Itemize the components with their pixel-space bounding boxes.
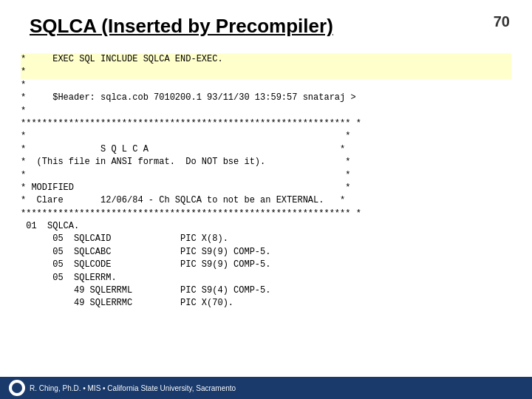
code-line: 05 SQLCABC PIC S9(9) COMP-5. bbox=[21, 246, 511, 259]
code-line: * (This file in ANSI format. Do NOT bse … bbox=[21, 156, 511, 168]
code-line: * * bbox=[21, 169, 511, 182]
code-line: * Clare 12/06/84 - Ch SQLCA to not be an… bbox=[21, 194, 511, 207]
code-line: 05 SQLERRM. bbox=[21, 272, 511, 284]
code-line: ****************************************… bbox=[21, 117, 511, 130]
code-line: 49 SQLERRMC PIC X(70). bbox=[21, 297, 511, 310]
footer-logo bbox=[9, 380, 25, 396]
code-line: * MODIFIED * bbox=[21, 182, 511, 194]
code-line: * bbox=[21, 66, 511, 78]
code-line: * EXEC SQL INCLUDE SQLCA END-EXEC. bbox=[21, 53, 511, 66]
code-line: 01 SQLCA. bbox=[21, 220, 511, 233]
code-line: * * bbox=[21, 130, 511, 143]
code-block: * EXEC SQL INCLUDE SQLCA END-EXEC.*** $H… bbox=[21, 53, 511, 368]
code-line: * S Q L C A * bbox=[21, 143, 511, 156]
code-line: * $Header: sqlca.cob 7010200.1 93/11/30 … bbox=[21, 92, 511, 104]
code-line: * bbox=[21, 79, 511, 92]
footer: R. Ching, Ph.D. • MIS • California State… bbox=[0, 377, 532, 399]
code-line: * bbox=[21, 105, 511, 117]
slide-container: SQLCA (Inserted by Precompiler) 70 * EXE… bbox=[0, 0, 532, 399]
slide-number: 70 bbox=[494, 13, 510, 30]
code-line: 49 SQLERRML PIC S9(4) COMP-5. bbox=[21, 284, 511, 297]
code-line: 05 SQLCAID PIC X(8). bbox=[21, 233, 511, 245]
code-line: 05 SQLCODE PIC S9(9) COMP-5. bbox=[21, 259, 511, 271]
footer-text: R. Ching, Ph.D. • MIS • California State… bbox=[30, 384, 236, 392]
footer-logo-inner bbox=[12, 383, 22, 393]
slide-title: SQLCA (Inserted by Precompiler) bbox=[30, 15, 333, 38]
code-line: ****************************************… bbox=[21, 208, 511, 220]
